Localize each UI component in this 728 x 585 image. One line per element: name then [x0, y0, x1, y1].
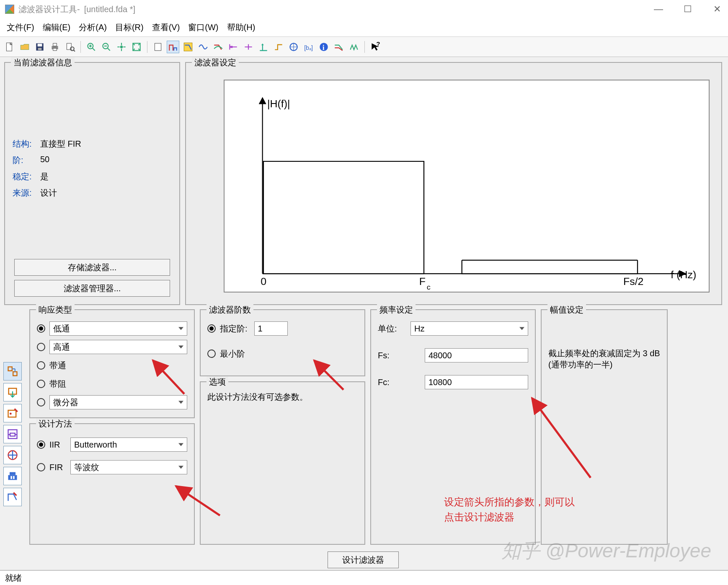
- label-unit: 单位:: [378, 323, 406, 334]
- app-icon: [5, 5, 14, 14]
- dropdown-iir[interactable]: Butterworth: [70, 437, 187, 452]
- radio-highpass[interactable]: [37, 343, 45, 351]
- input-fc[interactable]: 10800: [425, 375, 528, 389]
- phase-delay-icon[interactable]: [242, 41, 255, 53]
- radio-diff[interactable]: [37, 398, 45, 406]
- spec-view-icon[interactable]: [167, 41, 179, 53]
- radio-bandpass[interactable]: [37, 361, 45, 370]
- overlay-b-icon[interactable]: [348, 41, 360, 53]
- annotation-text: 设定箭头所指的参数，则可以 点击设计滤波器: [444, 494, 575, 525]
- info-value-structure: 直接型 FIR: [40, 138, 81, 150]
- input-order[interactable]: 1: [254, 321, 288, 336]
- menu-window[interactable]: 窗口(W): [186, 21, 220, 34]
- document-name: [untitled.fda *]: [84, 5, 135, 14]
- side-cic-icon[interactable]: [3, 467, 22, 485]
- print-icon[interactable]: [49, 41, 61, 53]
- magnitude-icon[interactable]: [182, 41, 194, 53]
- info-label-source: 来源:: [13, 187, 34, 199]
- menu-help[interactable]: 帮助(H): [225, 21, 257, 34]
- radio-fir[interactable]: [37, 463, 45, 471]
- current-filter-info-panel: 当前滤波器信息 结构:直接型 FIR 阶:50 稳定:是 来源:设计 存储滤波器…: [4, 62, 180, 305]
- side-import-icon[interactable]: [3, 383, 22, 401]
- dropdown-diff[interactable]: 微分器: [49, 395, 187, 409]
- label-fc: Fc:: [378, 378, 406, 387]
- menu-edit[interactable]: 编辑(E): [41, 21, 72, 34]
- zoom-out-icon[interactable]: [100, 41, 113, 53]
- svg-text:f (Hz): f (Hz): [671, 269, 696, 280]
- dropdown-unit[interactable]: Hz: [410, 321, 528, 336]
- minimize-button[interactable]: —: [653, 4, 664, 15]
- side-polezero-icon[interactable]: [3, 404, 22, 422]
- info-label-order: 阶:: [13, 155, 34, 166]
- fit-icon[interactable]: [130, 41, 143, 53]
- overlay-a-icon[interactable]: [333, 41, 345, 53]
- close-button[interactable]: ✕: [711, 4, 723, 15]
- svg-rect-57: [10, 476, 12, 479]
- titlebar: 滤波器设计工具 - [untitled.fda *] — ☐ ✕: [0, 0, 728, 18]
- print-preview-icon[interactable]: [64, 41, 76, 53]
- zoom-in-icon[interactable]: [85, 41, 98, 53]
- radio-bandstop[interactable]: [37, 380, 45, 388]
- side-design-icon[interactable]: [3, 362, 22, 381]
- radio-iir[interactable]: [37, 440, 45, 449]
- radio-min-order[interactable]: [207, 349, 216, 358]
- toolbar: [bₐ] i ?: [0, 37, 728, 57]
- coeff-icon[interactable]: [bₐ]: [302, 41, 315, 53]
- group-delay-icon[interactable]: [227, 41, 240, 53]
- label-specify-order: 指定阶:: [220, 323, 248, 334]
- svg-rect-19: [155, 43, 161, 50]
- info-value-order: 50: [40, 155, 49, 166]
- dropdown-fir[interactable]: 等波纹: [70, 460, 187, 474]
- pan-icon[interactable]: [115, 41, 128, 53]
- pole-zero-icon[interactable]: [287, 41, 300, 53]
- menubar: 文件(F) 编辑(E) 分析(A) 目标(R) 查看(V) 窗口(W) 帮助(H…: [0, 18, 728, 37]
- design-method-panel: 设计方法 IIRButterworth FIR等波纹: [29, 423, 195, 545]
- input-fs[interactable]: 48000: [425, 348, 528, 362]
- svg-rect-56: [10, 472, 15, 475]
- app-title: 滤波器设计工具: [18, 4, 77, 15]
- options-legend: 选项: [207, 376, 228, 388]
- menu-analysis[interactable]: 分析(A): [77, 21, 108, 34]
- svg-rect-49: [10, 433, 15, 436]
- design-filter-button[interactable]: 设计滤波器: [328, 551, 399, 568]
- menu-view[interactable]: 查看(V): [150, 21, 182, 34]
- menu-file[interactable]: 文件(F): [5, 21, 36, 34]
- filter-manager-button[interactable]: 滤波器管理器...: [14, 280, 170, 297]
- svg-line-11: [92, 48, 95, 51]
- radio-specify-order[interactable]: [207, 324, 216, 333]
- side-realize-icon[interactable]: [3, 425, 22, 443]
- svg-text:[bₐ]: [bₐ]: [304, 44, 313, 51]
- menu-targets[interactable]: 目标(R): [114, 21, 145, 34]
- side-multirate-icon[interactable]: [3, 446, 22, 464]
- open-icon[interactable]: [18, 41, 31, 53]
- mag-phase-icon[interactable]: [212, 41, 225, 53]
- label-bandpass: 带通: [49, 360, 66, 371]
- svg-rect-46: [8, 410, 16, 417]
- response-type-panel: 响应类型 低通 高通 带通 带阻 微分器: [29, 309, 195, 418]
- info-value-stable: 是: [40, 171, 49, 182]
- svg-rect-6: [53, 48, 57, 50]
- phase-icon[interactable]: [197, 41, 209, 53]
- page-icon[interactable]: [152, 41, 164, 53]
- info-label-stable: 稳定:: [13, 171, 34, 182]
- step-icon[interactable]: [272, 41, 285, 53]
- svg-rect-30: [263, 161, 424, 274]
- svg-text:|H(f)|: |H(f)|: [267, 98, 290, 109]
- whats-this-icon[interactable]: ?: [369, 41, 382, 53]
- mag-text2: (通带功率的一半): [548, 359, 660, 370]
- dropdown-lowpass[interactable]: 低通: [49, 321, 187, 336]
- maximize-button[interactable]: ☐: [682, 4, 694, 15]
- impulse-icon[interactable]: [257, 41, 270, 53]
- dropdown-highpass[interactable]: 高通: [49, 340, 187, 354]
- main-area: 当前滤波器信息 结构:直接型 FIR 阶:50 稳定:是 来源:设计 存储滤波器…: [0, 57, 728, 570]
- label-bandstop: 带阻: [49, 378, 66, 390]
- radio-lowpass[interactable]: [37, 324, 45, 333]
- svg-line-9: [74, 50, 75, 51]
- info-icon[interactable]: i: [318, 41, 330, 53]
- new-icon[interactable]: [3, 41, 16, 53]
- svg-rect-42: [13, 372, 17, 375]
- store-filter-button[interactable]: 存储滤波器...: [14, 259, 170, 276]
- info-value-source: 设计: [40, 187, 57, 199]
- save-icon[interactable]: [34, 41, 46, 53]
- side-quantize-icon[interactable]: [3, 488, 22, 506]
